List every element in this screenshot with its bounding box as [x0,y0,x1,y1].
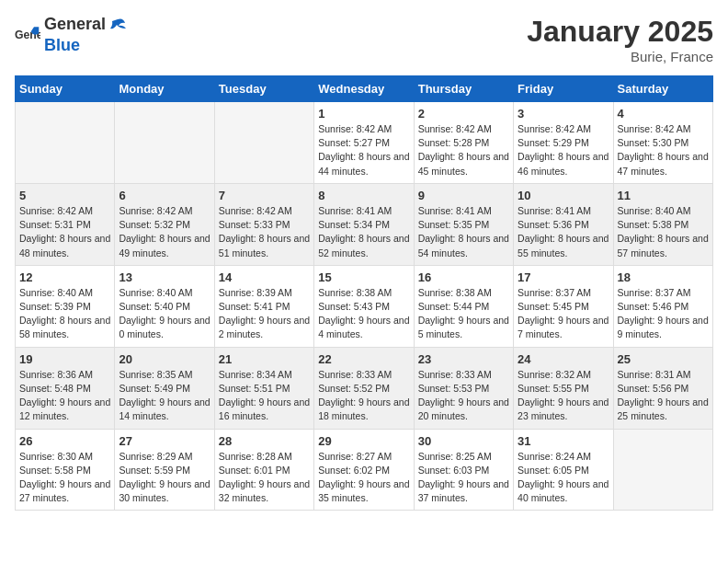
daylight-text: Daylight: 9 hours and 0 minutes. [119,315,210,339]
day-content: Sunrise: 8:24 AMSunset: 6:05 PMDaylight:… [518,450,609,506]
calendar-cell: 10Sunrise: 8:41 AMSunset: 5:36 PMDayligh… [514,183,613,265]
calendar-cell: 5Sunrise: 8:42 AMSunset: 5:31 PMDaylight… [16,183,115,265]
sunset-text: Sunset: 5:46 PM [618,301,689,312]
day-number: 22 [318,352,409,366]
sunrise-text: Sunrise: 8:33 AM [418,369,492,380]
calendar-cell: 19Sunrise: 8:36 AMSunset: 5:48 PMDayligh… [16,347,115,429]
header-saturday: Saturday [613,76,712,102]
day-number: 5 [19,189,110,202]
day-number: 8 [318,189,409,202]
daylight-text: Daylight: 9 hours and 7 minutes. [518,315,609,339]
daylight-text: Daylight: 9 hours and 20 minutes. [418,396,509,421]
title-block: January 2025 Burie, France [527,15,713,64]
sunset-text: Sunset: 5:32 PM [119,219,190,230]
sunset-text: Sunset: 6:01 PM [219,465,290,476]
sunset-text: Sunset: 5:36 PM [518,219,589,230]
day-content: Sunrise: 8:41 AMSunset: 5:36 PMDaylight:… [518,204,609,260]
day-number: 26 [19,434,110,448]
calendar-week-5: 26Sunrise: 8:30 AMSunset: 5:58 PMDayligh… [16,429,713,511]
sunset-text: Sunset: 5:59 PM [119,465,190,476]
sunrise-text: Sunrise: 8:42 AM [318,123,392,134]
header-friday: Friday [514,76,613,102]
sunrise-text: Sunrise: 8:24 AM [518,451,591,462]
day-content: Sunrise: 8:42 AMSunset: 5:29 PMDaylight:… [518,122,609,178]
calendar-cell: 18Sunrise: 8:37 AMSunset: 5:46 PMDayligh… [613,265,712,347]
sunrise-text: Sunrise: 8:37 AM [518,287,591,298]
calendar-table: Sunday Monday Tuesday Wednesday Thursday… [15,75,713,511]
day-number: 2 [418,107,509,121]
day-content: Sunrise: 8:42 AMSunset: 5:30 PMDaylight:… [618,122,709,178]
calendar-cell [214,102,313,184]
sunrise-text: Sunrise: 8:30 AM [19,451,93,462]
sunrise-text: Sunrise: 8:42 AM [119,205,192,216]
calendar-cell: 31Sunrise: 8:24 AMSunset: 6:05 PMDayligh… [514,429,613,511]
daylight-text: Daylight: 8 hours and 58 minutes. [19,315,110,339]
calendar-cell: 3Sunrise: 8:42 AMSunset: 5:29 PMDaylight… [514,102,613,184]
sunrise-text: Sunrise: 8:38 AM [418,287,492,298]
calendar-cell: 23Sunrise: 8:33 AMSunset: 5:53 PMDayligh… [414,347,513,429]
sunset-text: Sunset: 5:55 PM [518,383,589,394]
daylight-text: Daylight: 8 hours and 49 minutes. [119,233,210,258]
sunrise-text: Sunrise: 8:41 AM [318,205,392,216]
sunset-text: Sunset: 5:30 PM [618,137,689,148]
calendar-cell [115,102,214,184]
daylight-text: Daylight: 8 hours and 47 minutes. [618,151,709,176]
sunset-text: Sunset: 5:28 PM [418,137,490,148]
header-tuesday: Tuesday [214,76,313,102]
sunrise-text: Sunrise: 8:31 AM [618,369,691,380]
day-content: Sunrise: 8:40 AMSunset: 5:40 PMDaylight:… [119,286,210,342]
sunset-text: Sunset: 6:02 PM [318,465,390,476]
sunset-text: Sunset: 5:29 PM [518,137,589,148]
day-content: Sunrise: 8:42 AMSunset: 5:33 PMDaylight:… [219,204,310,260]
calendar-cell: 1Sunrise: 8:42 AMSunset: 5:27 PMDaylight… [314,102,414,184]
sunset-text: Sunset: 5:40 PM [119,301,190,312]
day-content: Sunrise: 8:42 AMSunset: 5:27 PMDaylight:… [318,122,409,178]
calendar-cell: 24Sunrise: 8:32 AMSunset: 5:55 PMDayligh… [514,347,613,429]
calendar-cell: 22Sunrise: 8:33 AMSunset: 5:52 PMDayligh… [314,347,414,429]
daylight-text: Daylight: 9 hours and 14 minutes. [119,396,210,421]
day-number: 3 [518,107,609,121]
daylight-text: Daylight: 8 hours and 55 minutes. [518,233,609,258]
day-content: Sunrise: 8:34 AMSunset: 5:51 PMDaylight:… [219,368,310,424]
calendar-week-2: 5Sunrise: 8:42 AMSunset: 5:31 PMDaylight… [16,183,713,265]
day-content: Sunrise: 8:36 AMSunset: 5:48 PMDaylight:… [19,368,110,424]
sunrise-text: Sunrise: 8:37 AM [618,287,691,298]
day-number: 25 [618,352,709,366]
day-content: Sunrise: 8:28 AMSunset: 6:01 PMDaylight:… [219,450,310,506]
sunrise-text: Sunrise: 8:42 AM [618,123,691,134]
calendar-cell: 11Sunrise: 8:40 AMSunset: 5:38 PMDayligh… [613,183,712,265]
sunset-text: Sunset: 6:03 PM [418,465,490,476]
daylight-text: Daylight: 9 hours and 40 minutes. [518,478,609,503]
sunrise-text: Sunrise: 8:42 AM [19,205,93,216]
daylight-text: Daylight: 8 hours and 57 minutes. [618,233,709,258]
weekday-header-row: Sunday Monday Tuesday Wednesday Thursday… [16,76,713,102]
logo-blue-text: Blue [44,36,80,54]
day-content: Sunrise: 8:29 AMSunset: 5:59 PMDaylight:… [119,450,210,506]
day-number: 7 [219,189,310,202]
sunrise-text: Sunrise: 8:33 AM [318,369,392,380]
logo-bird-icon [107,16,127,36]
sunrise-text: Sunrise: 8:42 AM [418,123,492,134]
day-number: 28 [219,434,310,448]
sunset-text: Sunset: 5:31 PM [19,219,91,230]
day-number: 29 [318,434,409,448]
calendar-cell [613,429,712,511]
daylight-text: Daylight: 8 hours and 54 minutes. [418,233,509,258]
sunset-text: Sunset: 5:53 PM [418,383,490,394]
day-content: Sunrise: 8:27 AMSunset: 6:02 PMDaylight:… [318,450,409,506]
sunset-text: Sunset: 5:51 PM [219,383,290,394]
calendar-cell: 14Sunrise: 8:39 AMSunset: 5:41 PMDayligh… [214,265,313,347]
day-content: Sunrise: 8:42 AMSunset: 5:31 PMDaylight:… [19,204,110,260]
sunset-text: Sunset: 5:33 PM [219,219,290,230]
sunset-text: Sunset: 5:49 PM [119,383,190,394]
day-number: 15 [318,270,409,284]
sunrise-text: Sunrise: 8:41 AM [418,205,492,216]
daylight-text: Daylight: 9 hours and 32 minutes. [219,478,310,503]
daylight-text: Daylight: 8 hours and 45 minutes. [418,151,509,176]
sunrise-text: Sunrise: 8:42 AM [219,205,292,216]
header-wednesday: Wednesday [314,76,414,102]
daylight-text: Daylight: 9 hours and 25 minutes. [618,396,709,421]
day-content: Sunrise: 8:38 AMSunset: 5:44 PMDaylight:… [418,286,509,342]
day-number: 31 [518,434,609,448]
sunrise-text: Sunrise: 8:38 AM [318,287,392,298]
